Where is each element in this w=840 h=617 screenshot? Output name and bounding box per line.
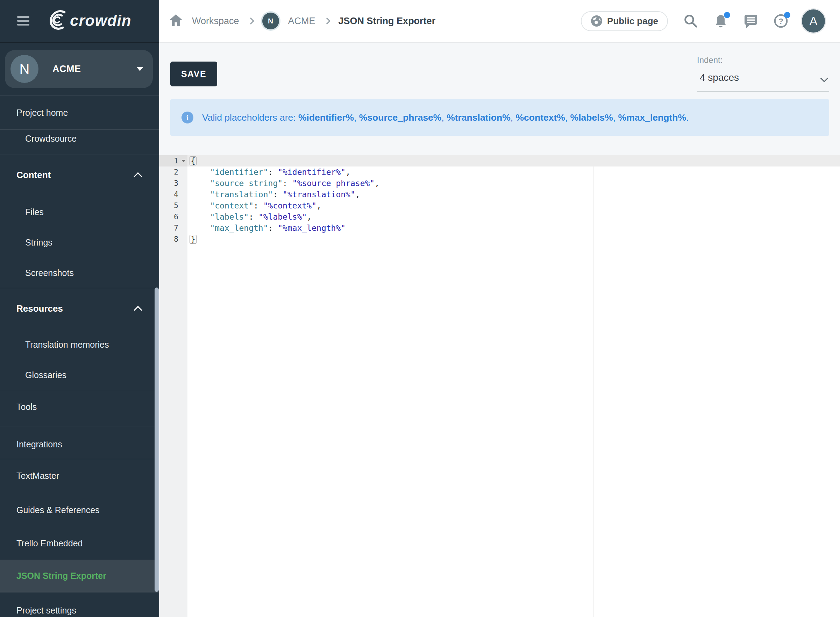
- code-editor[interactable]: 12345678 { "identifier": "%identifier%",…: [159, 155, 840, 617]
- project-avatar: N: [10, 55, 38, 83]
- code-token: "%context%": [263, 201, 317, 210]
- project-switcher[interactable]: N ACME: [5, 50, 153, 88]
- public-page-label: Public page: [607, 16, 658, 27]
- code-token: "translation": [210, 190, 273, 199]
- home-icon[interactable]: [169, 14, 183, 28]
- notifications-button[interactable]: [713, 14, 728, 28]
- indent-select[interactable]: 4 spaces: [697, 69, 829, 92]
- code-token: ,: [374, 179, 379, 188]
- gutter-line-number: 7: [159, 223, 187, 234]
- code-line: "identifier": "%identifier%",: [187, 167, 840, 178]
- sidebar-item-files[interactable]: Files: [25, 202, 44, 222]
- code-line: "translation": "%translation%",: [187, 189, 840, 200]
- breadcrumb-project-badge[interactable]: N: [262, 13, 279, 30]
- code-token: [191, 179, 210, 188]
- notification-dot: [784, 12, 790, 18]
- code-token: :: [253, 201, 263, 210]
- placeholder-token: %max_length%: [618, 112, 686, 123]
- code-line: "context": "%context%",: [187, 200, 840, 211]
- code-token: "%translation%": [283, 190, 355, 199]
- chevron-up-icon: [134, 306, 142, 314]
- code-token: [191, 223, 210, 233]
- code-token: ,: [307, 212, 312, 221]
- sidebar-header: crowdin: [0, 0, 159, 43]
- gutter-line-number: 1: [159, 155, 187, 167]
- sidebar-divider: [0, 288, 159, 288]
- gutter-line-number: 8: [159, 234, 187, 245]
- sidebar-item-content[interactable]: Content: [16, 165, 51, 185]
- sidebar-item-json-string-exporter[interactable]: JSON String Exporter: [16, 566, 106, 586]
- placeholder-token: %source_phrase%: [359, 112, 442, 123]
- editor-code-area[interactable]: { "identifier": "%identifier%", "source_…: [187, 155, 840, 245]
- code-token: ,: [317, 201, 321, 210]
- gutter-line-number: 5: [159, 200, 187, 211]
- gutter-line-number: 3: [159, 178, 187, 189]
- sidebar-divider: [0, 592, 159, 593]
- sidebar-item-translation-memories[interactable]: Translation memories: [25, 335, 109, 354]
- gutter-line-number: 4: [159, 189, 187, 200]
- sidebar-item-tools[interactable]: Tools: [16, 397, 37, 416]
- help-button[interactable]: ?: [774, 14, 788, 28]
- sidebar-item-resources[interactable]: Resources: [16, 299, 63, 318]
- search-icon: [683, 14, 698, 28]
- sidebar: crowdin N ACME Project homeCrowdsourceCo…: [0, 0, 159, 617]
- chevron-down-icon: [137, 67, 143, 71]
- info-banner: i Valid placeholders are: %identifier%, …: [170, 99, 829, 136]
- sidebar-scrollbar-thumb[interactable]: [155, 288, 159, 592]
- hamburger-menu-icon[interactable]: [17, 16, 29, 25]
- code-token: :: [273, 190, 283, 199]
- code-token: [191, 201, 210, 210]
- code-line: "labels": "%labels%",: [187, 211, 840, 223]
- sidebar-item-project-settings[interactable]: Project settings: [16, 601, 76, 617]
- code-token: "%source_phrase%": [292, 179, 374, 188]
- code-token: {: [190, 156, 196, 165]
- sidebar-item-trello-embedded[interactable]: Trello Embedded: [16, 533, 83, 553]
- code-token: "identifier": [210, 168, 268, 177]
- code-token: "%labels%": [258, 212, 307, 221]
- code-token: ,: [345, 168, 351, 177]
- sidebar-item-crowdsource[interactable]: Crowdsource: [25, 129, 77, 148]
- project-name: ACME: [53, 50, 81, 88]
- crowdin-app: crowdin N ACME Project homeCrowdsourceCo…: [0, 0, 840, 617]
- svg-text:?: ?: [778, 16, 783, 25]
- code-token: [191, 212, 210, 221]
- globe-icon: [591, 15, 603, 27]
- crowdin-logo-text: crowdin: [70, 12, 131, 30]
- breadcrumb-project[interactable]: ACME: [288, 16, 315, 27]
- sidebar-item-strings[interactable]: Strings: [25, 233, 53, 252]
- sidebar-divider: [0, 155, 159, 155]
- public-page-button[interactable]: Public page: [581, 11, 668, 31]
- code-token: :: [268, 223, 278, 233]
- sidebar-item-screenshots[interactable]: Screenshots: [25, 263, 74, 283]
- sidebar-item-guides-references[interactable]: Guides & References: [16, 500, 100, 520]
- sidebar-item-glossaries[interactable]: Glossaries: [25, 365, 66, 385]
- placeholder-token: %labels%: [570, 112, 613, 123]
- code-token: "max_length": [210, 223, 268, 233]
- search-button[interactable]: [683, 14, 698, 28]
- code-line: "max_length": "%max_length%": [187, 223, 840, 234]
- sidebar-item-project-home[interactable]: Project home: [16, 103, 68, 123]
- code-token: [191, 168, 210, 177]
- chevron-down-icon: [821, 74, 828, 83]
- sidebar-item-integrations[interactable]: Integrations: [16, 434, 62, 454]
- sidebar-divider: [0, 95, 159, 96]
- crowdin-logo[interactable]: crowdin: [41, 10, 131, 31]
- user-avatar[interactable]: A: [801, 8, 826, 34]
- sidebar-item-textmaster[interactable]: TextMaster: [16, 466, 59, 486]
- messages-button[interactable]: [743, 14, 758, 28]
- code-line: {: [187, 155, 840, 167]
- code-token: "%max_length%": [278, 223, 345, 233]
- save-button[interactable]: SAVE: [170, 62, 217, 86]
- gutter-line-number: 6: [159, 211, 187, 223]
- code-token: "labels": [210, 212, 249, 221]
- breadcrumb: Workspace N ACME JSON String Exporter: [169, 0, 435, 42]
- breadcrumb-workspace[interactable]: Workspace: [192, 16, 239, 27]
- sidebar-divider: [0, 391, 159, 391]
- fold-toggle-icon[interactable]: [181, 160, 186, 162]
- indent-select-value: 4 spaces: [700, 72, 739, 83]
- code-token: }: [190, 235, 196, 244]
- code-token: "%identifier%": [278, 168, 345, 177]
- editor-gutter: 12345678: [159, 155, 187, 617]
- code-token: :: [249, 212, 258, 221]
- info-banner-text: Valid placeholders are: %identifier%, %s…: [202, 99, 688, 136]
